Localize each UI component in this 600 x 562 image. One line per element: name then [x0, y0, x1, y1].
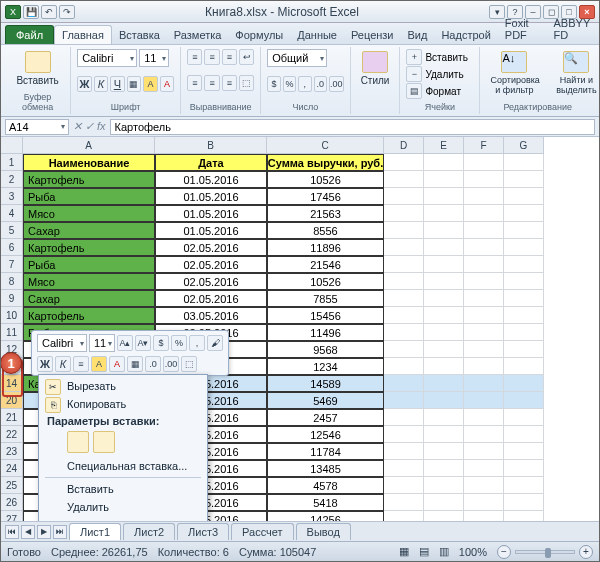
empty-cell[interactable] [384, 358, 424, 375]
zoom-slider[interactable] [515, 550, 575, 554]
wrap-icon[interactable]: ↩ [239, 49, 254, 65]
ctx-insert[interactable]: Вставить [41, 480, 205, 498]
empty-cell[interactable] [504, 205, 544, 222]
fx-cancel-icon[interactable]: ✕ [73, 120, 82, 133]
row-header-26[interactable]: 26 [1, 494, 23, 511]
cell-value[interactable]: 2457 [267, 409, 384, 426]
empty-cell[interactable] [504, 375, 544, 392]
empty-cell[interactable] [504, 341, 544, 358]
qat-undo-icon[interactable]: ↶ [41, 5, 57, 19]
sheet-nav-first[interactable]: ⏮ [5, 525, 19, 539]
cell-date[interactable]: 01.05.2016 [155, 171, 267, 188]
empty-cell[interactable] [424, 154, 464, 171]
sheet-tab-2[interactable]: Лист2 [123, 523, 175, 540]
align-tc-icon[interactable]: ≡ [204, 49, 219, 65]
empty-cell[interactable] [464, 358, 504, 375]
fill-icon[interactable]: A [143, 76, 158, 92]
empty-cell[interactable] [464, 375, 504, 392]
empty-cell[interactable] [384, 494, 424, 511]
file-tab[interactable]: Файл [5, 25, 54, 44]
cell-name[interactable]: Сахар [23, 290, 155, 307]
currency-icon[interactable]: $ [267, 76, 280, 92]
empty-cell[interactable] [384, 477, 424, 494]
cell-name[interactable]: Картофель [23, 307, 155, 324]
empty-cell[interactable] [464, 392, 504, 409]
empty-cell[interactable] [504, 188, 544, 205]
empty-cell[interactable] [384, 511, 424, 521]
empty-cell[interactable] [464, 477, 504, 494]
cell-name[interactable]: Рыба [23, 256, 155, 273]
cell-value[interactable]: 10526 [267, 273, 384, 290]
empty-cell[interactable] [504, 494, 544, 511]
cell-name[interactable]: Сахар [23, 222, 155, 239]
sheet-nav-last[interactable]: ⏭ [53, 525, 67, 539]
empty-cell[interactable] [424, 290, 464, 307]
empty-cell[interactable] [384, 460, 424, 477]
empty-cell[interactable] [424, 375, 464, 392]
view-normal-icon[interactable]: ▦ [399, 545, 409, 558]
view-break-icon[interactable]: ▥ [439, 545, 449, 558]
align-tr-icon[interactable]: ≡ [222, 49, 237, 65]
empty-cell[interactable] [384, 392, 424, 409]
name-box[interactable]: A14 [5, 119, 69, 135]
empty-cell[interactable] [384, 341, 424, 358]
formula-bar[interactable]: Картофель [110, 119, 595, 135]
empty-cell[interactable] [504, 392, 544, 409]
mini-comma-icon[interactable]: , [189, 335, 205, 351]
cell-value[interactable]: 10526 [267, 171, 384, 188]
fontcolor-icon[interactable]: A [160, 76, 175, 92]
empty-cell[interactable] [384, 290, 424, 307]
dec-dec-icon[interactable]: .00 [329, 76, 344, 92]
empty-cell[interactable] [424, 511, 464, 521]
empty-cell[interactable] [424, 256, 464, 273]
tab-addins[interactable]: Надстрой [434, 26, 497, 44]
empty-cell[interactable] [424, 443, 464, 460]
row-header-14[interactable]: 14 [1, 375, 23, 392]
col-header-D[interactable]: D [384, 137, 424, 154]
zoom-out-icon[interactable]: − [497, 545, 511, 559]
mini-bold-icon[interactable]: Ж [37, 356, 53, 372]
percent-icon[interactable]: % [283, 76, 296, 92]
empty-cell[interactable] [424, 426, 464, 443]
empty-cell[interactable] [504, 443, 544, 460]
cell-date[interactable]: 02.05.2016 [155, 256, 267, 273]
tab-formulas[interactable]: Формулы [228, 26, 290, 44]
empty-cell[interactable] [424, 392, 464, 409]
mini-align-icon[interactable]: ≡ [73, 356, 89, 372]
cell-value[interactable]: 7855 [267, 290, 384, 307]
cell-date[interactable]: 02.05.2016 [155, 273, 267, 290]
empty-cell[interactable] [384, 239, 424, 256]
empty-cell[interactable] [424, 188, 464, 205]
cell-value[interactable]: 11896 [267, 239, 384, 256]
empty-cell[interactable] [424, 494, 464, 511]
row-header-3[interactable]: 3 [1, 188, 23, 205]
qat-save-icon[interactable]: 💾 [23, 5, 39, 19]
cell-name[interactable]: Картофель [23, 239, 155, 256]
tab-abbyy[interactable]: ABBYY FD [547, 14, 599, 44]
mini-grow-icon[interactable]: A▴ [117, 335, 133, 351]
sheet-tab-1[interactable]: Лист1 [69, 523, 121, 540]
cell-date[interactable]: 03.05.2016 [155, 307, 267, 324]
tab-view[interactable]: Вид [401, 26, 435, 44]
empty-cell[interactable] [424, 171, 464, 188]
empty-cell[interactable] [424, 307, 464, 324]
mini-currency-icon[interactable]: $ [153, 335, 169, 351]
empty-cell[interactable] [504, 273, 544, 290]
sheet-tab-calc[interactable]: Рассчет [231, 523, 294, 540]
sort-button[interactable]: A↓Сортировка и фильтр [486, 49, 542, 97]
bold-icon[interactable]: Ж [77, 76, 92, 92]
ctx-delete[interactable]: Удалить [41, 498, 205, 516]
col-header-A[interactable]: A [23, 137, 155, 154]
row-header-21[interactable]: 21 [1, 409, 23, 426]
cell-value[interactable]: 15456 [267, 307, 384, 324]
empty-cell[interactable] [464, 290, 504, 307]
ctx-cut[interactable]: ✂Вырезать [41, 377, 205, 395]
ctx-paste-special[interactable]: Специальная вставка... [41, 457, 205, 475]
empty-cell[interactable] [384, 426, 424, 443]
row-header-27[interactable]: 27 [1, 511, 23, 521]
sheet-nav-next[interactable]: ▶ [37, 525, 51, 539]
paste-button[interactable]: Вставить [11, 49, 64, 88]
paste-opt-1-icon[interactable] [67, 431, 89, 453]
empty-cell[interactable] [504, 171, 544, 188]
qat-redo-icon[interactable]: ↷ [59, 5, 75, 19]
